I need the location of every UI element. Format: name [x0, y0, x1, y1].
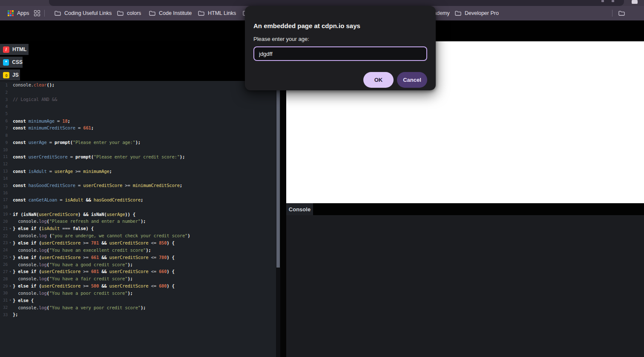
line-number: 9: [0, 140, 8, 145]
bookmark-folder-item[interactable]: [618, 6, 625, 20]
dialog-input[interactable]: [253, 46, 427, 61]
folder-icon: [618, 11, 625, 16]
bookmark-folder-item[interactable]: Code Institute: [149, 6, 192, 20]
code-text: } else if (userCreditScore >= 601 && use…: [13, 269, 175, 274]
line-number: 18: [0, 204, 8, 209]
code-line[interactable]: 3// Logical AND &&: [0, 96, 276, 103]
bookmark-folder-item[interactable]: colors: [117, 6, 141, 20]
code-line[interactable]: 1console.clear();: [0, 81, 276, 89]
code-text: console.log("You have an execellent cred…: [13, 248, 151, 253]
screen: Apps Coding Useful LinkscolorsCode Insti…: [0, 0, 644, 357]
code-line[interactable]: 13const isAdult = userAge >= minimumAge;: [0, 167, 276, 175]
code-line[interactable]: 11const userCreditScore = prompt("Please…: [0, 153, 276, 160]
bookmark-apps[interactable]: Apps: [8, 6, 29, 20]
code-line[interactable]: 16: [0, 189, 276, 196]
bookmarks-separator: [612, 10, 612, 17]
bookmark-folder-item[interactable]: HTML Links: [198, 6, 236, 20]
code-text: console.log("You have a fair credit scor…: [13, 276, 133, 281]
code-line[interactable]: 7const minimumCreditScore = 661;: [0, 124, 276, 132]
line-number: 12: [0, 161, 8, 166]
line-number: 2: [0, 90, 8, 95]
line-number: 21: [0, 226, 8, 231]
code-line[interactable]: 31▾} else {: [0, 297, 276, 304]
fold-arrow-icon[interactable]: ▾: [8, 270, 13, 274]
folder-icon: [455, 11, 461, 16]
fold-arrow-icon[interactable]: ▾: [8, 255, 13, 259]
code-line[interactable]: 32 console.log("You have a very poor cre…: [0, 304, 276, 311]
bookmark-label: Coding Useful Links: [64, 10, 112, 16]
grid-2x2-icon: [34, 10, 40, 16]
bookmark-folder-item[interactable]: Coding Useful Links: [55, 6, 112, 20]
code-line[interactable]: 5: [0, 110, 276, 117]
tab-js[interactable]: ( ) JS: [0, 69, 20, 81]
code-line[interactable]: 18: [0, 203, 276, 210]
apps-grid-icon: [8, 10, 14, 16]
code-line[interactable]: 25▾} else if (userCreditScore >= 661 && …: [0, 253, 276, 261]
code-line[interactable]: 17const canGetALoan = isAdult && hasGood…: [0, 196, 276, 204]
code-line[interactable]: 9const userAge = prompt("Please enter yo…: [0, 139, 276, 146]
line-number: 22: [0, 233, 8, 238]
code-line[interactable]: 6const minimumAge = 18;: [0, 117, 276, 124]
code-line[interactable]: 15const hasGoodCreditScore = userCreditS…: [0, 182, 276, 189]
js-icon: ( ): [3, 72, 9, 78]
code-line[interactable]: 21▾} else if (isAdult === false) {: [0, 225, 276, 232]
bookmark-label: colors: [127, 10, 141, 16]
code-text: console.clear();: [13, 82, 55, 87]
code-line[interactable]: 19▾if (isNaN(userCreditScore) && isNaN(u…: [0, 210, 276, 218]
bookmarks-separator: [44, 10, 45, 17]
code-text: const isAdult = userAge >= minimumAge;: [13, 169, 112, 174]
cancel-button[interactable]: Cancel: [397, 72, 427, 88]
line-number: 1: [0, 83, 8, 87]
code-text: };: [13, 312, 18, 317]
folder-icon: [117, 11, 124, 16]
code-text: console.log("You have a poor credit scor…: [13, 291, 133, 296]
line-number: 19: [0, 212, 8, 216]
code-line[interactable]: 26 console.log("You have a good credit s…: [0, 261, 276, 268]
code-line[interactable]: 33};: [0, 311, 276, 318]
code-text: } else if (userCreditScore >= 781 && use…: [13, 240, 175, 245]
code-area[interactable]: 1console.clear();23// Logical AND &&456c…: [0, 81, 276, 357]
tab-console[interactable]: Console: [286, 203, 313, 215]
code-line[interactable]: 30 console.log("You have a poor credit s…: [0, 289, 276, 297]
ok-button[interactable]: OK: [363, 72, 394, 88]
code-text: const hasGoodCreditScore = userCreditSco…: [13, 183, 182, 188]
code-line[interactable]: 8: [0, 132, 276, 139]
address-bar[interactable]: [49, 0, 624, 6]
browser-profile-icon[interactable]: [632, 0, 638, 4]
code-text: const userCreditScore = prompt("Please e…: [13, 154, 185, 159]
tab-css[interactable]: * CSS: [0, 57, 23, 68]
code-line[interactable]: 22 console.log ("you are underge, we can…: [0, 232, 276, 239]
line-number: 28: [0, 276, 8, 281]
code-line[interactable]: 24 console.log("You have an execellent c…: [0, 246, 276, 253]
bookmark-folder-item[interactable]: Developer Pro: [455, 6, 499, 20]
code-text: const minimumCreditScore = 661;: [13, 125, 94, 130]
code-line[interactable]: 23▾} else if (userCreditScore >= 781 && …: [0, 239, 276, 247]
fold-arrow-icon[interactable]: ▾: [8, 227, 13, 230]
fold-arrow-icon[interactable]: ▾: [8, 212, 13, 216]
code-line[interactable]: 14: [0, 175, 276, 182]
fold-arrow-icon[interactable]: ▾: [8, 284, 13, 288]
folder-icon: [55, 11, 61, 16]
code-line[interactable]: 29▾} else if (userCreditScore >= 500 && …: [0, 282, 276, 290]
line-number: 27: [0, 269, 8, 274]
editor-scrollbar: [276, 81, 280, 357]
line-number: 7: [0, 126, 8, 130]
fold-arrow-icon[interactable]: ▾: [8, 241, 13, 245]
tab-html[interactable]: / HTML: [0, 44, 29, 55]
line-number: 31: [0, 298, 8, 302]
bookmark-star-icon: [612, 0, 614, 2]
code-line[interactable]: 27▾} else if (userCreditScore >= 601 && …: [0, 268, 276, 275]
code-line[interactable]: 12: [0, 160, 276, 167]
code-text: console.log("You have a very poor credit…: [13, 305, 146, 310]
code-line[interactable]: 20 console.log("Please refresh and enter…: [0, 218, 276, 225]
scrollbar-thumb[interactable]: [276, 82, 280, 268]
fold-arrow-icon[interactable]: ▾: [8, 298, 13, 302]
code-line[interactable]: 2: [0, 89, 276, 96]
code-line[interactable]: 4: [0, 103, 276, 110]
code-line[interactable]: 28 console.log("You have a fair credit s…: [0, 275, 276, 282]
console-header: Console: [286, 203, 644, 215]
code-line[interactable]: 10: [0, 146, 276, 153]
bookmark-grid-shortcut[interactable]: [34, 6, 40, 20]
line-number: 33: [0, 312, 8, 317]
console-output[interactable]: [286, 215, 644, 357]
